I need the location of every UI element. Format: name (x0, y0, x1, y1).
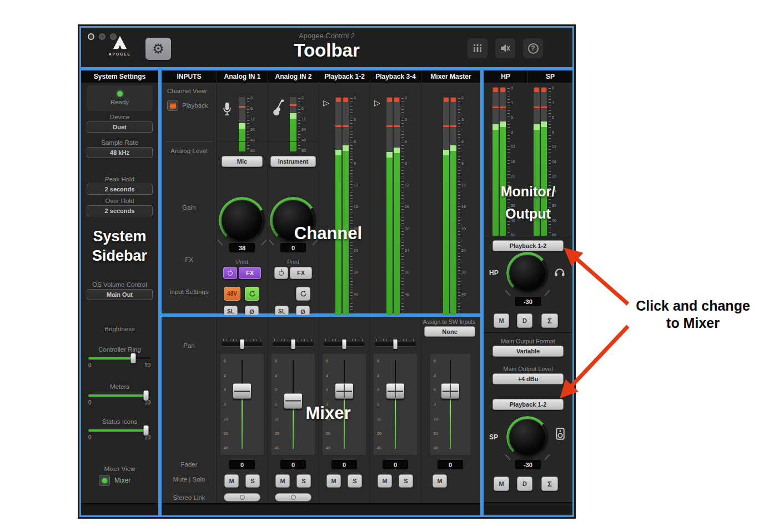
phantom-48v-button[interactable]: 48V (224, 287, 240, 301)
solo-button-pb-3-4[interactable]: S (399, 474, 413, 488)
hp-source-button[interactable]: Playback 1-2 (492, 240, 564, 251)
fx-controls-in-1: FX (223, 267, 261, 279)
hp-mute-button[interactable]: M (494, 313, 509, 328)
meter-scale-label: 3 (461, 118, 466, 121)
fader-cap[interactable] (335, 384, 353, 399)
fader-value-master[interactable]: 0 (438, 460, 463, 469)
mute-button-in-1[interactable]: M (224, 474, 239, 488)
controller-ring-slider[interactable]: 010 (88, 353, 150, 368)
fader-scale-label: 6 (326, 359, 330, 363)
fader-value-in-1[interactable]: 0 (229, 460, 255, 469)
pan-thumb[interactable] (240, 340, 244, 349)
fader-cap[interactable] (441, 384, 459, 399)
power-icon (228, 271, 233, 276)
fader-value-pb-3-4[interactable]: 0 (383, 460, 408, 469)
fader-scale-label: 0 (224, 388, 228, 392)
fader-value-in-2[interactable]: 0 (280, 460, 306, 469)
pan-slider-in-1[interactable] (222, 339, 263, 346)
mute-button[interactable] (495, 38, 515, 58)
sp-sum-mono-button[interactable]: Σ (541, 477, 558, 491)
gain-value-in-2[interactable]: 0 (280, 243, 306, 252)
fader-scale-label: 6 (275, 359, 279, 363)
mute-button-pb-3-4[interactable]: M (378, 474, 392, 488)
meter-scale-label: 40 (461, 292, 466, 296)
main-output-level-button[interactable]: +4 dBu (492, 373, 564, 384)
stereo-link-toggle-in-1[interactable] (224, 493, 260, 501)
hp-level-value[interactable]: -30 (515, 297, 541, 306)
mute-button-pb-1-2[interactable]: M (326, 474, 341, 488)
mute-button-master[interactable]: M (433, 474, 447, 488)
analog-level-mic-button[interactable]: Mic (222, 156, 263, 167)
peak-hold-label: Peak Hold (81, 176, 158, 183)
channel-strip-playback-1-2: ▷ 036912162024304060 (319, 83, 370, 313)
gain-value-in-1[interactable]: 38 (229, 243, 255, 252)
mute-button-in-2[interactable]: M (275, 474, 290, 488)
meter-scale-label: 6 (552, 115, 556, 119)
meter-scale-label: 9 (461, 161, 466, 165)
solo-button-in-1[interactable]: S (245, 474, 260, 488)
channel-view-label: Channel View (167, 88, 207, 94)
polarity-invert-button-in-1[interactable] (245, 287, 259, 301)
sp-level-value[interactable]: -30 (515, 460, 541, 469)
pan-slider-in-2[interactable] (273, 339, 314, 346)
meters-slider[interactable]: 010 (88, 391, 150, 406)
peak-hold-select[interactable]: 2 seconds (87, 184, 153, 195)
mixer-view-toggle[interactable]: Mixer (99, 475, 130, 486)
fx-button-in-1[interactable]: FX (239, 267, 261, 279)
monitor-annotation: Monitor/ Output (484, 180, 572, 225)
channel-strip-analog-in-1: 0612244060 Mic 38 Print FX 48V SL Ø (217, 83, 268, 313)
hp-dim-button[interactable]: D (517, 313, 532, 328)
sp-source-button[interactable]: Playback 1-2 (492, 399, 564, 410)
pan-thumb[interactable] (343, 340, 346, 349)
device-select[interactable]: Duet (87, 121, 153, 133)
os-volume-select[interactable]: Main Out (87, 289, 153, 300)
fader-scale-label: 3 (377, 373, 381, 377)
fx-power-button-in-1[interactable] (223, 267, 237, 279)
fader-cap[interactable] (233, 384, 251, 399)
status-icons-slider[interactable]: 010 (88, 425, 150, 440)
pan-thumb[interactable] (394, 340, 398, 349)
monitor-footer (484, 502, 572, 514)
sp-level-knob[interactable] (509, 419, 546, 455)
status-icons-thumb[interactable] (144, 425, 149, 435)
meter-scale-label: 9 (552, 130, 556, 134)
meter-scale-label: 16 (511, 160, 515, 164)
analog-level-instrument-button[interactable]: Instrument (270, 156, 316, 167)
fader-value-pb-1-2[interactable]: 0 (331, 460, 357, 469)
controller-ring-thumb[interactable] (130, 353, 135, 363)
fader-master[interactable]: 6303102040 (430, 353, 471, 455)
meters-thumb[interactable] (144, 391, 149, 401)
playback-view-button-frame[interactable] (167, 100, 178, 111)
sp-mute-button[interactable]: M (494, 477, 509, 491)
mute-solo-label: Mute | Solo (162, 476, 217, 483)
help-button[interactable]: ? (523, 38, 543, 58)
fader-scale-label: 40 (326, 446, 330, 450)
fx-power-button-in-2[interactable] (274, 267, 288, 279)
hp-level-knob[interactable] (509, 255, 546, 291)
polarity-invert-button-in-2[interactable] (296, 287, 310, 301)
fader-in-1[interactable]: 6303102040 (220, 353, 264, 455)
fx-button-in-2[interactable]: FX (290, 267, 312, 279)
solo-button-in-2[interactable]: S (296, 474, 311, 488)
mixer-view-button[interactable] (99, 475, 110, 486)
hp-sum-mono-button[interactable]: Σ (541, 313, 558, 328)
over-hold-select[interactable]: 2 seconds (87, 205, 153, 216)
fader-scale-label: 40 (275, 446, 279, 450)
meters-view-button[interactable] (468, 38, 487, 58)
stereo-link-toggle-in-2[interactable] (275, 493, 311, 501)
pan-slider-pb-1-2[interactable] (324, 339, 365, 346)
main-output-format-button[interactable]: Variable (492, 346, 564, 357)
status-icons-track[interactable] (88, 429, 150, 432)
pan-thumb[interactable] (291, 340, 295, 349)
channel-view-playback-button[interactable]: Playback (167, 100, 208, 111)
fader-cap[interactable] (386, 384, 404, 399)
solo-button-pb-1-2[interactable]: S (348, 474, 362, 488)
muted-speaker-icon (500, 43, 511, 53)
sp-dim-button[interactable]: D (517, 477, 532, 491)
controller-ring-track[interactable] (88, 357, 150, 359)
sample-rate-select[interactable]: 48 kHz (87, 147, 153, 158)
pan-slider-pb-3-4[interactable] (375, 339, 416, 346)
status-label: Ready (110, 99, 129, 105)
meters-track[interactable] (88, 394, 150, 397)
slider-max-label: 10 (144, 362, 150, 368)
